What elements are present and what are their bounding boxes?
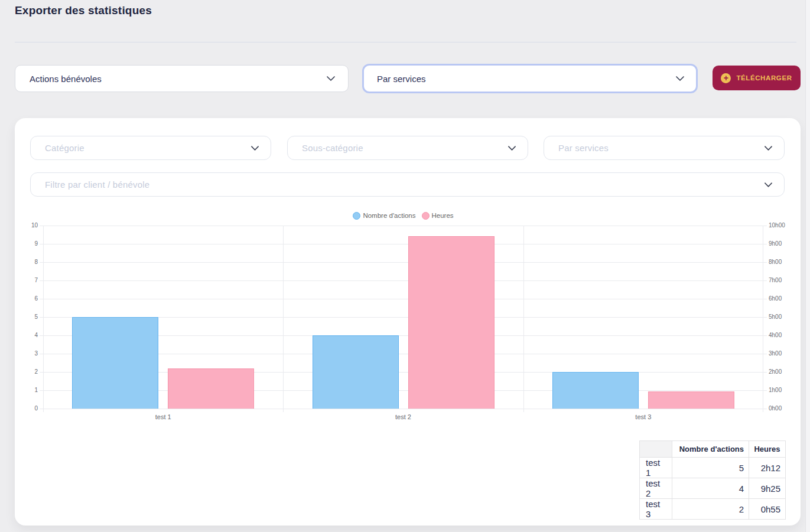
table-header-heures: Heures [749, 441, 786, 458]
table-header-actions: Nombre d'actions [672, 441, 749, 458]
table-cell-label: test 1 [640, 458, 672, 478]
y-axis-tick-right: 9h00 [769, 240, 782, 247]
y-axis-tick-left: 1 [34, 387, 38, 394]
gridline-vertical [43, 226, 44, 412]
legend-swatch-icon [422, 212, 430, 220]
scrollbar[interactable] [805, 0, 810, 532]
table-cell-actions: 4 [672, 478, 749, 499]
table-row: test 320h55 [640, 499, 786, 520]
y-axis-tick-right: 1h00 [769, 387, 782, 394]
services-select[interactable]: Par services [544, 136, 785, 160]
y-axis-tick-left: 5 [34, 314, 38, 321]
y-axis-tick-mark [763, 317, 767, 318]
legend-swatch-icon [353, 212, 360, 220]
download-button[interactable]: + TÉLÉCHARGER [713, 66, 801, 90]
y-axis-tick-left: 10 [31, 222, 38, 229]
gridline-vertical [283, 226, 284, 412]
x-axis-label: test 3 [523, 413, 763, 420]
gridline-horizontal [43, 262, 763, 263]
view-select-value: Par services [377, 74, 426, 84]
table-cell-actions: 2 [672, 499, 749, 520]
y-axis-tick-right: 4h00 [769, 332, 782, 339]
table-header-empty [640, 441, 672, 458]
gridline-vertical [523, 226, 524, 412]
y-axis-tick-left: 9 [34, 240, 38, 247]
y-axis-tick-mark [763, 409, 767, 409]
table-cell-label: test 2 [640, 478, 672, 499]
y-axis-tick-mark [763, 299, 767, 299]
dataset-select-value: Actions bénévoles [30, 74, 102, 84]
subcategory-select-placeholder: Sous-catégorie [302, 143, 363, 153]
chevron-down-icon [508, 146, 516, 151]
y-axis-tick-right: 3h00 [769, 350, 782, 357]
legend-item[interactable]: Heures [422, 212, 454, 220]
bar-nombre-dactions[interactable] [552, 372, 639, 409]
page-title: Exporter des statistiques [15, 4, 152, 17]
y-axis-tick-mark [763, 244, 767, 244]
client-volunteer-filter-placeholder: Filtre par client / bénévole [45, 179, 149, 190]
y-axis-tick-right: 0h00 [769, 405, 782, 412]
gridline-horizontal [43, 280, 763, 281]
y-axis-tick-right: 6h00 [769, 295, 782, 302]
table-header-row: Nombre d'actions Heures [640, 441, 786, 458]
y-axis-tick-right: 8h00 [769, 259, 782, 266]
chevron-down-icon [765, 146, 772, 151]
y-axis-tick-mark [763, 354, 767, 354]
table-cell-heures: 0h55 [749, 499, 786, 520]
table-row: test 152h12 [640, 458, 786, 478]
y-axis-tick-right: 2h00 [769, 368, 782, 376]
category-select[interactable]: Catégorie [30, 136, 271, 160]
summary-table: Nombre d'actions Heures test 152h12test … [639, 440, 786, 520]
bar-heures[interactable] [168, 368, 254, 409]
y-axis-tick-mark [763, 372, 767, 373]
table-cell-actions: 5 [672, 458, 749, 478]
y-axis-tick-right: 7h00 [769, 277, 782, 284]
y-axis-tick-mark [763, 335, 767, 336]
chevron-down-icon [327, 76, 335, 81]
chevron-down-icon [676, 76, 684, 81]
y-axis-tick-mark [763, 262, 767, 263]
bar-heures[interactable] [408, 236, 495, 409]
chart: 00h0011h0022h0033h0044h0055h0066h0077h00… [43, 226, 763, 409]
y-axis-tick-left: 8 [34, 259, 38, 266]
legend-label: Heures [432, 212, 454, 219]
x-axis-label: test 2 [283, 413, 523, 420]
gridline-horizontal [43, 226, 763, 226]
y-axis-tick-mark [763, 390, 767, 391]
legend-item[interactable]: Nombre d'actions [353, 212, 415, 220]
y-axis-tick-left: 2 [34, 368, 38, 376]
y-axis-tick-left: 0 [34, 405, 38, 412]
table-cell-heures: 9h25 [749, 478, 786, 499]
view-select[interactable]: Par services [362, 64, 698, 93]
download-button-label: TÉLÉCHARGER [736, 74, 792, 81]
stats-card: Catégorie Sous-catégorie Par services Fi… [15, 118, 801, 526]
gridline-horizontal [43, 299, 763, 299]
chevron-down-icon [251, 146, 259, 151]
bar-nombre-dactions[interactable] [313, 335, 399, 409]
bar-heures[interactable] [648, 391, 734, 409]
bar-nombre-dactions[interactable] [72, 317, 158, 409]
plus-circle-icon: + [721, 73, 731, 83]
table-row: test 249h25 [640, 478, 786, 499]
y-axis-tick-mark [763, 280, 767, 281]
services-select-placeholder: Par services [558, 143, 609, 153]
y-axis-tick-right: 5h00 [769, 314, 782, 321]
x-axis-label: test 1 [43, 413, 283, 420]
dataset-select[interactable]: Actions bénévoles [15, 65, 349, 92]
y-axis-tick-mark [763, 226, 767, 226]
y-axis-tick-left: 7 [34, 277, 38, 284]
y-axis-tick-right: 10h00 [769, 222, 785, 229]
category-select-placeholder: Catégorie [45, 143, 84, 153]
divider [15, 42, 796, 43]
chart-legend: Nombre d'actionsHeures [43, 210, 763, 221]
legend-label: Nombre d'actions [363, 212, 415, 219]
subcategory-select[interactable]: Sous-catégorie [287, 136, 528, 160]
y-axis-tick-left: 3 [34, 350, 38, 357]
table-cell-heures: 2h12 [749, 458, 786, 478]
y-axis-tick-left: 4 [34, 332, 38, 339]
y-axis-tick-left: 6 [34, 295, 38, 302]
gridline-horizontal [43, 244, 763, 244]
gridline-vertical [763, 226, 763, 412]
chevron-down-icon [765, 182, 772, 187]
client-volunteer-filter-select[interactable]: Filtre par client / bénévole [30, 172, 785, 197]
